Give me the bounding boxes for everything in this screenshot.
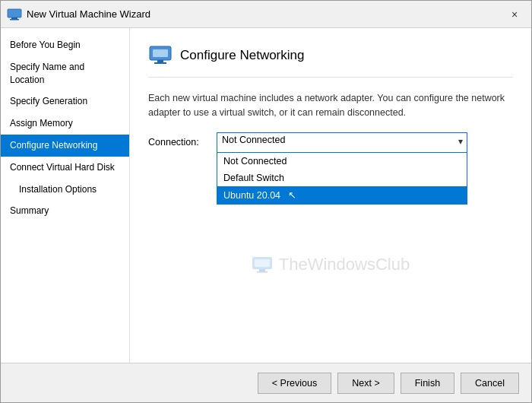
sidebar-item-configure-networking[interactable]: Configure Networking [1,135,129,157]
sidebar-item-before-you-begin[interactable]: Before You Begin [1,34,129,56]
svg-rect-6 [154,62,166,64]
dropdown-option-not-connected[interactable]: Not Connected [217,153,467,170]
cancel-button[interactable]: Cancel [461,373,519,394]
previous-button[interactable]: < Previous [258,373,331,394]
main-panel: Configure Networking Each new virtual ma… [130,28,531,363]
sidebar-item-summary[interactable]: Summary [1,200,129,222]
dropdown-option-ubuntu[interactable]: Ubuntu 20.04 ↖ [217,186,467,204]
sidebar-item-installation-options[interactable]: Installation Options [1,179,129,201]
cursor-pointer-icon: ↖ [288,189,296,201]
next-button[interactable]: Next > [337,373,394,394]
svg-rect-9 [259,269,265,271]
connection-row: Connection: Not Connected ▾ Not Connecte… [148,132,513,152]
watermark-icon [252,256,273,273]
dropdown-option-default-switch[interactable]: Default Switch [217,170,467,186]
footer: < Previous Next > Finish Cancel [1,363,531,402]
watermark-text: TheWindowsClub [279,255,410,274]
svg-rect-4 [153,49,168,57]
dropdown-list: Not Connected Default Switch Ubuntu 20.0… [217,152,467,205]
svg-rect-2 [10,19,19,21]
page-title: Configure Networking [180,48,304,63]
sidebar: Before You Begin Specify Name and Locati… [1,28,130,363]
description-text: Each new virtual machine includes a netw… [148,91,513,120]
sidebar-item-specify-generation[interactable]: Specify Generation [1,90,129,113]
content-area: Before You Begin Specify Name and Locati… [1,28,531,363]
window-icon [7,8,22,21]
window-title: New Virtual Machine Wizard [27,8,504,20]
sidebar-item-specify-name[interactable]: Specify Name and Location [1,56,129,91]
watermark-area: TheWindowsClub [148,179,513,351]
svg-rect-5 [157,60,163,62]
connection-label: Connection: [148,137,217,148]
title-bar: New Virtual Machine Wizard × [1,1,531,28]
svg-rect-1 [11,17,17,19]
sidebar-item-assign-memory[interactable]: Assign Memory [1,113,129,135]
svg-rect-8 [255,259,270,267]
sidebar-item-connect-vhd[interactable]: Connect Virtual Hard Disk [1,157,129,179]
connection-dropdown[interactable]: Not Connected ▾ Not Connected Default Sw… [217,132,467,152]
page-header: Configure Networking [148,43,513,78]
svg-rect-10 [257,271,268,273]
window: New Virtual Machine Wizard × Before You … [0,0,532,403]
close-button[interactable]: × [504,5,525,24]
svg-rect-0 [8,9,21,17]
dropdown-selected-value[interactable]: Not Connected [217,132,467,152]
finish-button[interactable]: Finish [401,373,454,394]
networking-icon [148,43,173,68]
